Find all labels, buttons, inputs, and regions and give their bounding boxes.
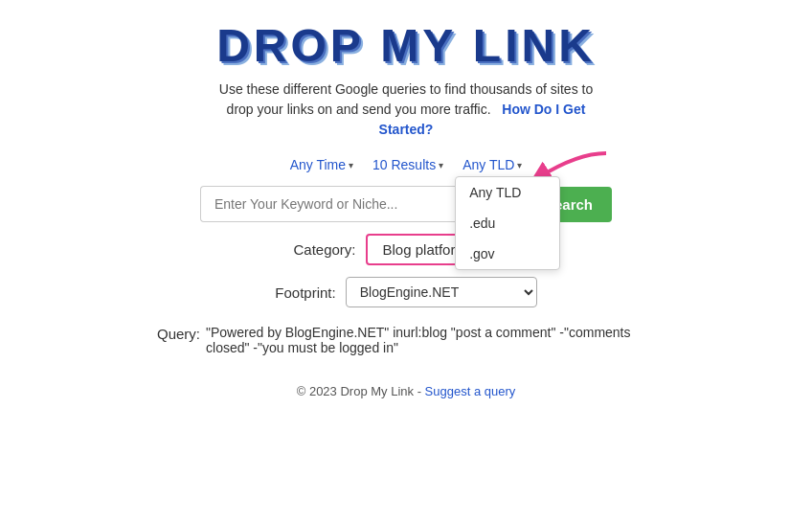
footprint-select[interactable]: BlogEngine.NET xyxy=(346,277,537,307)
tld-option-gov[interactable]: .gov xyxy=(456,238,559,269)
results-dropdown-btn[interactable]: 10 Results ▾ xyxy=(365,153,451,176)
tld-dropdown-btn[interactable]: Any TLD ▾ xyxy=(455,153,530,176)
query-label: Query: xyxy=(157,325,200,342)
footer: © 2023 Drop My Link - Suggest a query xyxy=(297,384,516,398)
footprint-row: Footprint: BlogEngine.NET xyxy=(275,277,536,307)
query-row: Query: "Powered by BlogEngine.NET" inurl… xyxy=(157,325,655,355)
query-text: "Powered by BlogEngine.NET" inurl:blog "… xyxy=(206,325,655,355)
tagline: Use these different Google queries to fi… xyxy=(205,79,607,140)
footer-copy: © 2023 Drop My Link - xyxy=(297,384,425,398)
results-arrow-icon: ▾ xyxy=(439,160,443,170)
time-arrow-icon: ▾ xyxy=(349,160,353,170)
tld-option-edu[interactable]: .edu xyxy=(456,208,559,238)
tld-arrow-icon: ▾ xyxy=(517,160,522,170)
toolbar: Any Time ▾ 10 Results ▾ Any TLD ▾ Any TL… xyxy=(282,153,530,176)
suggest-link[interactable]: Suggest a query xyxy=(425,384,516,398)
tld-dropdown-container: Any TLD ▾ Any TLD .edu .gov xyxy=(455,153,530,176)
page-wrapper: DROP MY LINK Use these different Google … xyxy=(0,0,812,522)
time-dropdown-btn[interactable]: Any Time ▾ xyxy=(282,153,361,176)
category-label: Category: xyxy=(293,241,355,258)
footprint-label: Footprint: xyxy=(275,284,335,301)
tld-option-any[interactable]: Any TLD xyxy=(456,177,559,208)
query-section: Query: "Powered by BlogEngine.NET" inurl… xyxy=(157,325,655,355)
logo: DROP MY LINK xyxy=(216,19,596,72)
tld-menu: Any TLD .edu .gov xyxy=(455,176,560,270)
